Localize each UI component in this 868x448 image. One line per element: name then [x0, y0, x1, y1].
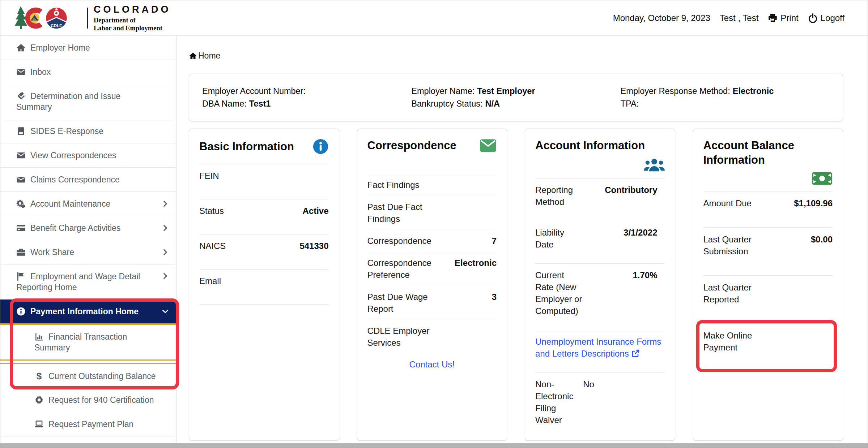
status-row: StatusActive: [199, 199, 329, 234]
current-date: Monday, October 9, 2023: [613, 13, 710, 23]
naics-code-link[interactable]: 541330: [264, 240, 329, 252]
ui-forms-letters-link[interactable]: Unemployment Insurance Forms and Letters…: [535, 337, 661, 358]
chevron-right-icon: [162, 272, 169, 280]
print-button[interactable]: Print: [768, 13, 798, 23]
employer-response-method-field: Employer Response Method:Electronic: [621, 85, 830, 98]
colorado-cdle-logo-art: CDLE: [13, 4, 83, 32]
sidebar-item-request-payment-plan[interactable]: Request Payment Plan: [0, 412, 176, 436]
sidebar-item-benefit-charge-activities[interactable]: Benefit Charge Activities: [0, 216, 176, 240]
fein-row: FEIN: [199, 164, 329, 199]
book-icon: [16, 126, 26, 136]
logo-divider: [87, 8, 88, 29]
employer-account-number-field: Employer Account Number:: [202, 85, 411, 98]
basic-information-card: Basic Information FEIN StatusActive NAIC…: [189, 129, 339, 441]
liability-date-link[interactable]: Liability Date: [535, 227, 583, 250]
logged-in-user: Test , Test: [720, 13, 759, 23]
top-header: CDLE COLORADO Department of Labor and Em…: [0, 0, 868, 36]
card-title-account-balance-information: Account Balance Information: [703, 138, 833, 167]
non-electronic-filing-waiver-row: Non-Electronic Filing WaiverNo: [535, 373, 665, 439]
reporting-method-row: Reporting MethodContributory: [535, 178, 665, 221]
past-due-wage-report-row: Past Due Wage Report3: [367, 286, 497, 320]
card-title-correspondence: Correspondence: [367, 138, 456, 153]
logoff-button[interactable]: Logoff: [808, 13, 844, 23]
sidebar-item-payment-information-home[interactable]: Payment Information Home: [0, 300, 176, 325]
cdle-logo: CDLE COLORADO Department of Labor and Em…: [13, 4, 171, 32]
envelope-icon: [16, 175, 26, 184]
amount-due-row: Amount Due$1,109.96: [703, 191, 833, 228]
header-right: Monday, October 9, 2023 Test , Test Prin…: [613, 13, 844, 23]
breadcrumb[interactable]: Home: [189, 51, 220, 61]
horizontal-scrollbar[interactable]: [0, 443, 868, 448]
sidebar-item-determination-issue-summary[interactable]: Determination and Issue Summary: [0, 84, 176, 119]
scrollbar-thumb[interactable]: [0, 443, 868, 448]
envelope-icon: [16, 151, 26, 160]
app-window: CDLE COLORADO Department of Labor and Em…: [0, 0, 868, 448]
card-title-basic-information: Basic Information: [199, 139, 294, 154]
account-balance-information-card: Account Balance Information Amount Due$1…: [693, 129, 843, 441]
employer-name-field: Employer Name:Test Employer: [411, 85, 620, 98]
last-quarter-reported-row: Last Quarter Reported: [703, 276, 833, 324]
sidebar-item-current-outstanding-balance[interactable]: $Current Outstanding Balance: [0, 363, 176, 388]
liability-date-row: Liability Date3/1/2022: [535, 221, 665, 264]
cdle-employer-services-row: CDLE Employer Services: [367, 320, 497, 354]
breadcrumb-home: Home: [198, 51, 220, 61]
certificate-icon: [34, 395, 44, 405]
envelope-icon: [16, 67, 26, 77]
home-icon: [189, 52, 197, 60]
correspondence-preference-row: Correspondence PreferenceElectronic: [367, 252, 497, 286]
laptop-icon: [34, 419, 44, 429]
sidebar-item-employer-home[interactable]: Employer Home: [0, 36, 176, 60]
dba-name-field: DBA Name:Test1: [202, 98, 411, 110]
chevron-right-icon: [162, 200, 169, 207]
sidebar-item-request-940-certification[interactable]: Request for 940 Certification: [0, 388, 176, 412]
ui-forms-letters-row: Unemployment Insurance Forms and Letters…: [535, 330, 665, 373]
contact-us-link[interactable]: Contact Us!: [409, 359, 455, 369]
sidebar-item-financial-transaction-summary[interactable]: Financial Transaction Summary: [0, 325, 176, 361]
make-online-payment-link[interactable]: Make Online Payment: [703, 329, 775, 353]
brand-department: Department of Labor and Employment: [94, 16, 171, 32]
dashboard-cards: Basic Information FEIN StatusActive NAIC…: [189, 129, 843, 441]
sidebar-item-claims-correspondence[interactable]: Claims Correspondence: [0, 168, 176, 192]
info-circle-icon[interactable]: [312, 138, 329, 155]
fact-findings-row: Fact Findings: [367, 174, 497, 196]
dollar-icon: $: [34, 371, 44, 381]
correspondence-count-row: Correspondence7: [367, 230, 497, 252]
svg-text:CDLE: CDLE: [51, 23, 62, 27]
users-icon: [644, 157, 665, 172]
home-icon: [16, 43, 26, 52]
correspondence-card: Correspondence Fact Findings Past Due Fa…: [357, 129, 507, 441]
main-content: Home Employer Account Number: DBA Name:T…: [176, 36, 868, 443]
briefcase-icon: [16, 247, 26, 257]
make-online-payment-row: Make Online Payment: [703, 324, 833, 371]
card-title-account-information: Account Information: [535, 138, 665, 153]
svg-text:$: $: [37, 371, 42, 381]
external-link-icon: [631, 349, 640, 358]
last-quarter-submission-row: Last Quarter Submission$0.00: [703, 228, 833, 276]
sidebar-item-sides-eresponse[interactable]: SIDES E-Response: [0, 119, 176, 143]
past-due-fact-findings-row: Past Due Fact Findings: [367, 196, 497, 230]
sidebar-item-work-share[interactable]: Work Share: [0, 240, 176, 264]
bankruptcy-status-field: Bankruptcy Status:N/A: [411, 98, 620, 110]
sidebar-item-account-maintenance[interactable]: Account Maintenance: [0, 192, 176, 216]
brand-name: COLORADO: [94, 4, 171, 15]
gears-icon: [16, 199, 26, 208]
naics-row: NAICS541330: [199, 234, 329, 270]
printer-icon: [768, 13, 778, 23]
bar-chart-icon: [34, 332, 44, 341]
employer-info-bar: Employer Account Number: DBA Name:Test1 …: [189, 74, 843, 121]
chevron-right-icon: [162, 249, 169, 256]
money-bill-icon: [812, 172, 833, 185]
credit-card-icon: [16, 223, 26, 233]
sidebar-item-view-correspondences[interactable]: View Correspondences: [0, 143, 176, 168]
email-row: Email: [199, 270, 329, 305]
sidebar-item-employment-wage-detail-reporting-home[interactable]: Employment and Wage Detail Reporting Hom…: [0, 264, 176, 300]
current-rate-row: Current Rate (New Employer or Computed)1…: [535, 264, 665, 330]
info-circle-icon: [16, 307, 26, 316]
sidebar-nav: Employer Home Inbox Determination and Is…: [0, 36, 176, 443]
chevron-down-icon: [162, 308, 169, 315]
envelope-icon: [480, 139, 497, 152]
sidebar-item-inbox[interactable]: Inbox: [0, 60, 176, 84]
flag-icon: [16, 272, 26, 281]
gavel-icon: [16, 91, 26, 101]
power-icon: [808, 13, 818, 23]
